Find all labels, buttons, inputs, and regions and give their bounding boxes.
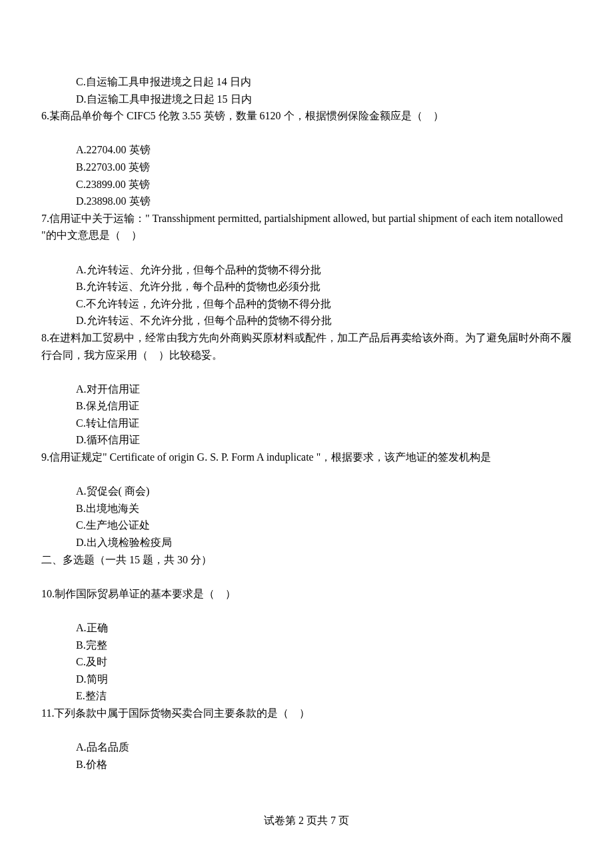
spacer — [41, 466, 572, 483]
q6-option-c: C.23899.00 英镑 — [41, 176, 572, 193]
q8-stem: 8.在进料加工贸易中，经常由我方先向外商购买原材料或配件，加工产品后再卖给该外商… — [41, 329, 572, 363]
q8-option-b: B.保兑信用证 — [41, 397, 572, 415]
spacer — [41, 568, 572, 585]
q7-stem: 7.信用证中关于运输：" Transshipment permitted, pa… — [41, 210, 572, 244]
q10-stem: 10.制作国际贸易单证的基本要求是（ ） — [41, 585, 572, 603]
spacer — [41, 363, 572, 381]
spacer — [41, 244, 572, 261]
q6-stem: 6.某商品单价每个 CIFC5 伦敦 3.55 英镑，数量 6120 个，根据惯… — [41, 107, 572, 125]
q6-option-a: A.22704.00 英镑 — [41, 141, 572, 159]
q11-option-a: A.品名品质 — [41, 739, 572, 756]
q9-stem: 9.信用证规定" Certificate of origin G. S. P. … — [41, 449, 572, 466]
q5-option-d: D.自运输工具申报进境之日起 15 日内 — [41, 91, 572, 108]
q9-option-d: D.出入境检验检疫局 — [41, 534, 572, 551]
q7-option-c: C.不允许转运，允许分批，但每个品种的货物不得分批 — [41, 295, 572, 313]
q11-option-b: B.价格 — [41, 756, 572, 773]
q6-option-d: D.23898.00 英镑 — [41, 193, 572, 210]
q11-stem: 11.下列条款中属于国际货物买卖合同主要条款的是（ ） — [41, 705, 572, 722]
spacer — [41, 602, 572, 619]
q8-option-c: C.转让信用证 — [41, 415, 572, 432]
q9-option-a: A.贸促会( 商会) — [41, 483, 572, 500]
q7-option-a: A.允许转运、允许分批，但每个品种的货物不得分批 — [41, 261, 572, 279]
q10-option-e: E.整洁 — [41, 687, 572, 705]
q7-option-d: D.允许转运、不允许分批，但每个品种的货物不得分批 — [41, 312, 572, 329]
q5-option-c: C.自运输工具申报进境之日起 14 日内 — [41, 73, 572, 91]
q9-option-c: C.生产地公证处 — [41, 517, 572, 534]
q10-option-b: B.完整 — [41, 637, 572, 654]
section-2-heading: 二、多选题（一共 15 题，共 30 分） — [41, 551, 572, 569]
q9-option-b: B.出境地海关 — [41, 500, 572, 517]
q10-option-a: A.正确 — [41, 619, 572, 637]
spacer — [41, 722, 572, 739]
q10-option-d: D.简明 — [41, 671, 572, 688]
q10-option-c: C.及时 — [41, 653, 572, 671]
q7-option-b: B.允许转运、允许分批，每个品种的货物也必须分批 — [41, 278, 572, 295]
page-footer: 试卷第 2 页共 7 页 — [0, 812, 613, 829]
spacer — [41, 125, 572, 142]
exam-page: C.自运输工具申报进境之日起 14 日内 D.自运输工具申报进境之日起 15 日… — [0, 0, 613, 868]
q8-option-d: D.循环信用证 — [41, 431, 572, 449]
q8-option-a: A.对开信用证 — [41, 381, 572, 398]
q6-option-b: B.22703.00 英镑 — [41, 159, 572, 176]
